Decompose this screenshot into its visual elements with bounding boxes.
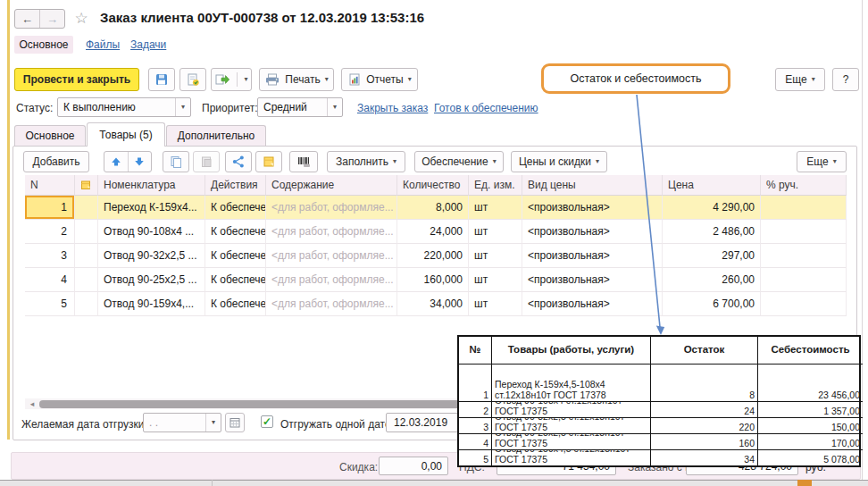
column-header-manual-percent[interactable]: % руч. <box>761 175 847 196</box>
priority-select[interactable]: Средний ▾ <box>257 97 343 117</box>
cell-unit[interactable]: шт <box>469 292 522 316</box>
copy-row-button[interactable] <box>163 151 189 172</box>
post-document-button[interactable] <box>179 68 206 91</box>
save-button[interactable] <box>148 68 175 91</box>
ready-to-supply-link[interactable]: Готов к обеспечению <box>434 102 538 114</box>
tab-main[interactable]: Основное <box>14 125 86 146</box>
cell-content[interactable]: <для работ, оформляе... <box>266 220 397 244</box>
cell-price[interactable]: 6 700,00 <box>663 292 761 316</box>
cell-manual[interactable] <box>761 220 847 244</box>
favorite-star-button[interactable]: ☆ <box>71 8 91 28</box>
cell-nomenclature[interactable]: Отвод 90-25х2,5 ... <box>98 268 205 292</box>
bottom-strip-marker[interactable] <box>797 480 812 486</box>
cell-content[interactable]: <для работ, оформляе... <box>266 268 397 292</box>
prices-discounts-button[interactable]: Цены и скидки ▾ <box>511 151 607 172</box>
cell-qty[interactable]: 220,000 <box>397 244 469 268</box>
cell-n[interactable]: 4 <box>25 268 75 292</box>
cell-action[interactable]: К обеспече... <box>205 244 266 268</box>
column-header-quantity[interactable]: Количество <box>397 175 469 196</box>
cell-price[interactable]: 2 486,00 <box>663 220 761 244</box>
close-order-link[interactable]: Закрыть заказ <box>357 102 428 114</box>
single-date-checkbox[interactable]: ✓ <box>261 415 273 428</box>
cell-nomenclature[interactable]: Отвод 90-108х4 ... <box>98 220 205 244</box>
cell-qty[interactable]: 34,000 <box>397 292 469 316</box>
discount-input[interactable]: 0,00 <box>379 457 448 475</box>
cell-manual[interactable] <box>761 292 847 316</box>
column-header-n[interactable]: N <box>25 175 75 196</box>
cell-qty[interactable]: 24,000 <box>397 220 469 244</box>
change-selected-button[interactable] <box>225 151 252 172</box>
cell-manual[interactable] <box>761 268 847 292</box>
table-row[interactable]: 5Отвод 90-159х4,...К обеспече...<для раб… <box>25 292 847 316</box>
cell-content[interactable]: <для работ, оформляе... <box>266 292 397 316</box>
column-header-price[interactable]: Цена <box>663 175 761 196</box>
cell-manual[interactable] <box>761 196 847 220</box>
post-and-close-button[interactable]: Провести и закрыть <box>14 68 139 91</box>
cell-lock[interactable] <box>75 292 98 316</box>
cell-unit[interactable]: шт <box>469 268 522 292</box>
cell-manual[interactable] <box>761 244 847 268</box>
cell-nomenclature[interactable]: Отвод 90-159х4,... <box>98 292 205 316</box>
back-button[interactable]: ← <box>15 10 40 28</box>
help-button[interactable]: ? <box>832 68 859 91</box>
cell-price_kind[interactable]: <произвольная> <box>522 268 663 292</box>
cell-price_kind[interactable]: <произвольная> <box>522 220 663 244</box>
paste-row-button[interactable] <box>193 151 220 172</box>
cell-qty[interactable]: 160,000 <box>397 268 469 292</box>
cell-price[interactable]: 4 290,00 <box>663 196 761 220</box>
nav-item-main[interactable]: Основное <box>14 36 73 54</box>
move-down-button[interactable] <box>129 152 152 172</box>
single-date-input[interactable]: 12.03.2019 <box>386 413 464 432</box>
forward-button[interactable]: → <box>40 10 64 28</box>
more-button-top[interactable]: Еще ▾ <box>775 68 825 91</box>
nav-item-files[interactable]: Файлы <box>86 38 120 51</box>
cell-action[interactable]: К обеспече... <box>205 268 266 292</box>
cell-content[interactable]: <для работ, оформляе... <box>266 196 397 220</box>
scroll-left-icon[interactable]: ◂ <box>25 399 39 408</box>
cell-lock[interactable] <box>75 244 98 268</box>
column-header-unit[interactable]: Ед. изм. <box>469 175 522 196</box>
pick-items-button[interactable] <box>255 151 282 172</box>
cell-content[interactable]: <для работ, оформляе... <box>266 244 397 268</box>
column-header-nomenclature[interactable]: Номенклатура <box>98 175 205 196</box>
cell-n[interactable]: 3 <box>25 244 75 268</box>
supply-button[interactable]: Обеспечение ▾ <box>414 151 504 172</box>
add-row-button[interactable]: Добавить <box>23 151 89 172</box>
print-button[interactable]: Печать ▾ <box>259 68 334 91</box>
nav-item-tasks[interactable]: Задачи <box>130 38 166 51</box>
create-based-on-button[interactable]: ▾ <box>211 68 252 91</box>
cell-action[interactable]: К обеспече... <box>205 196 266 220</box>
column-header-price-kind[interactable]: Вид цены <box>522 175 663 196</box>
cell-n[interactable]: 2 <box>25 220 75 244</box>
table-row[interactable]: 2Отвод 90-108х4 ...К обеспече...<для раб… <box>25 220 847 244</box>
status-select[interactable]: К выполнению ▾ <box>57 97 191 117</box>
reports-button[interactable]: Отчеты ▾ <box>341 68 418 91</box>
ship-date-input[interactable]: . . ▾ <box>143 413 221 432</box>
cell-price[interactable]: 260,00 <box>663 268 761 292</box>
cell-action[interactable]: К обеспече... <box>205 220 266 244</box>
cell-n[interactable]: 1 <box>25 196 75 220</box>
cell-lock[interactable] <box>75 196 98 220</box>
barcode-scan-button[interactable] <box>289 151 318 172</box>
cell-lock[interactable] <box>75 220 98 244</box>
chevron-down-icon[interactable]: ▾ <box>205 414 221 432</box>
cell-unit[interactable]: шт <box>469 244 522 268</box>
table-row[interactable]: 1Переход К-159х4...К обеспече...<для раб… <box>25 196 847 220</box>
table-row[interactable]: 4Отвод 90-25х2,5 ...К обеспече...<для ра… <box>25 268 847 292</box>
cell-unit[interactable]: шт <box>469 220 522 244</box>
cell-price_kind[interactable]: <произвольная> <box>522 244 663 268</box>
column-header-content[interactable]: Содержание <box>266 175 397 196</box>
cell-qty[interactable]: 8,000 <box>397 196 469 220</box>
cell-lock[interactable] <box>75 268 98 292</box>
cell-nomenclature[interactable]: Отвод 90-32х2,5 ... <box>98 244 205 268</box>
calendar-button[interactable] <box>225 413 245 432</box>
more-button-table[interactable]: Еще ▾ <box>797 151 847 172</box>
tab-additional[interactable]: Дополнительно <box>166 125 266 146</box>
move-up-button[interactable] <box>104 152 129 172</box>
fill-button[interactable]: Заполнить ▾ <box>327 151 405 172</box>
cell-price_kind[interactable]: <произвольная> <box>522 196 663 220</box>
tab-goods[interactable]: Товары (5) <box>87 122 165 147</box>
table-row[interactable]: 3Отвод 90-32х2,5 ...К обеспече...<для ра… <box>25 244 847 268</box>
cell-price_kind[interactable]: <произвольная> <box>522 292 663 316</box>
cell-action[interactable]: К обеспече... <box>205 292 266 316</box>
